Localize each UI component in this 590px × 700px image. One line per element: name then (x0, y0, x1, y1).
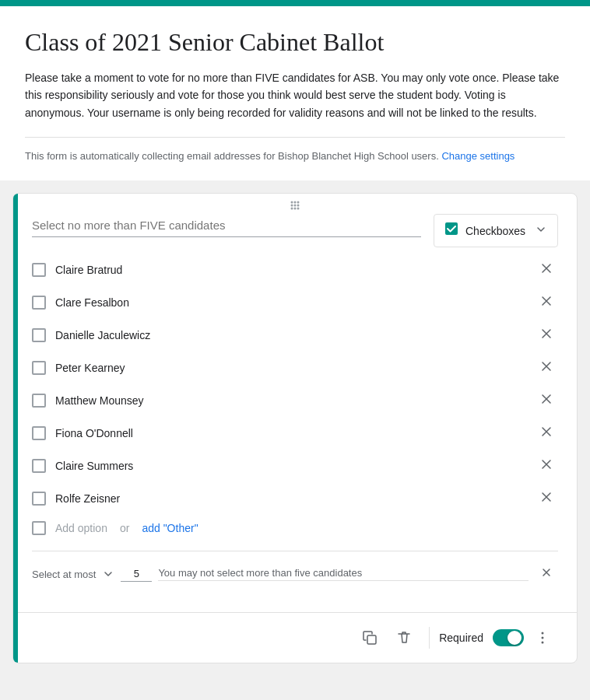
add-option-row: Add option or add "Other" (32, 515, 558, 541)
delete-option-button[interactable] (535, 292, 558, 312)
footer-divider (429, 627, 430, 649)
option-checkbox[interactable] (32, 426, 46, 440)
checkbox-type-icon (444, 221, 459, 240)
add-other-link[interactable]: add "Other" (142, 522, 198, 534)
svg-point-7 (294, 208, 297, 210)
list-item: Claire Summers (32, 450, 558, 482)
delete-button[interactable] (388, 622, 420, 653)
svg-point-11 (542, 632, 544, 635)
option-label: Rolfe Zeisner (55, 492, 525, 505)
more-options-button[interactable] (527, 622, 558, 653)
validation-label: Select at most (32, 569, 96, 580)
delete-option-button[interactable] (535, 325, 558, 345)
type-selector-arrow-icon (534, 222, 548, 239)
svg-point-8 (297, 208, 300, 210)
svg-point-0 (291, 201, 293, 204)
list-item: Claire Bratrud (32, 254, 558, 286)
svg-point-13 (542, 642, 544, 644)
type-selector[interactable]: Checkboxes (434, 214, 558, 247)
svg-point-1 (294, 201, 297, 204)
card-wrapper: Checkboxes Claire Bratrud Clare Fesalbon… (12, 193, 578, 663)
option-label: Claire Summers (55, 460, 525, 472)
option-label: Claire Bratrud (55, 264, 525, 276)
validation-number-input[interactable] (121, 566, 152, 582)
option-label: Danielle Jaculewicz (55, 329, 525, 341)
form-title: Class of 2021 Senior Cabinet Ballot (25, 28, 565, 57)
duplicate-button[interactable] (354, 622, 385, 653)
list-item: Rolfe Zeisner (32, 482, 558, 515)
card-footer: Required (13, 613, 577, 663)
header-section: Class of 2021 Senior Cabinet Ballot Plea… (0, 0, 590, 180)
delete-option-button[interactable] (535, 390, 558, 410)
option-checkbox[interactable] (32, 361, 46, 375)
delete-option-button[interactable] (535, 260, 558, 279)
card-inner: Checkboxes Claire Bratrud Clare Fesalbon… (13, 214, 577, 606)
svg-point-3 (291, 205, 293, 207)
option-label: Clare Fesalbon (55, 296, 525, 309)
svg-point-6 (291, 208, 293, 210)
delete-option-button[interactable] (535, 423, 558, 443)
option-label: Peter Kearney (55, 362, 525, 374)
question-card: Checkboxes Claire Bratrud Clare Fesalbon… (12, 193, 578, 663)
change-settings-link[interactable]: Change settings (441, 150, 514, 162)
list-item: Fiona O'Donnell (32, 417, 558, 450)
delete-option-button[interactable] (535, 456, 558, 475)
question-header: Checkboxes (32, 214, 558, 247)
list-item: Matthew Mounsey (32, 384, 558, 417)
delete-option-button[interactable] (535, 488, 558, 508)
validation-type-dropdown[interactable] (102, 568, 114, 580)
list-item: Danielle Jaculewicz (32, 319, 558, 352)
options-list: Claire Bratrud Clare Fesalbon Danielle J… (32, 254, 558, 515)
question-input[interactable] (32, 214, 421, 237)
option-checkbox[interactable] (32, 328, 46, 342)
required-label: Required (439, 632, 483, 644)
svg-point-2 (297, 201, 300, 204)
question-input-area (32, 214, 421, 237)
option-checkbox[interactable] (32, 263, 46, 277)
page-wrapper: Class of 2021 Senior Cabinet Ballot Plea… (0, 0, 590, 700)
option-checkbox[interactable] (32, 459, 46, 473)
list-item: Peter Kearney (32, 352, 558, 384)
option-label: Matthew Mounsey (55, 394, 525, 407)
validation-row: Select at most You may not select more t… (32, 551, 558, 590)
email-notice: This form is automatically collecting em… (25, 137, 565, 162)
validation-error-text: You may not select more than five candid… (158, 567, 529, 581)
email-notice-text: This form is automatically collecting em… (25, 150, 439, 162)
option-checkbox[interactable] (32, 492, 46, 506)
svg-rect-10 (367, 635, 376, 644)
svg-point-4 (294, 205, 297, 207)
option-checkbox[interactable] (32, 394, 46, 408)
or-text: or (120, 522, 129, 534)
drag-handle[interactable] (13, 194, 577, 214)
add-option-text[interactable]: Add option (55, 522, 107, 534)
option-checkbox[interactable] (32, 296, 46, 310)
svg-point-5 (297, 205, 300, 207)
form-description: Please take a moment to vote for no more… (25, 69, 565, 121)
add-option-checkbox-icon (32, 521, 46, 535)
delete-option-button[interactable] (535, 358, 558, 377)
validation-clear-button[interactable] (535, 564, 558, 584)
toggle-knob (507, 631, 522, 645)
list-item: Clare Fesalbon (32, 286, 558, 319)
required-toggle[interactable] (493, 629, 524, 646)
svg-point-12 (542, 637, 544, 639)
type-selector-label: Checkboxes (465, 225, 525, 237)
option-label: Fiona O'Donnell (55, 427, 525, 439)
